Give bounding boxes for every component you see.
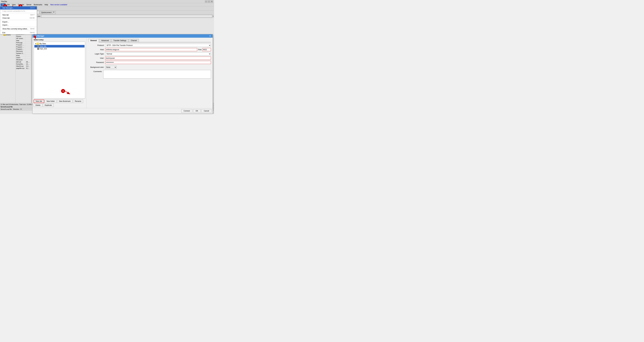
cancel-button[interactable]: Cancel	[202, 109, 212, 113]
duplicate-button[interactable]: Duplicate	[43, 103, 54, 107]
new-bookmark-button[interactable]: New Bookmark	[57, 100, 72, 103]
dropdown-export[interactable]: Export…	[0, 20, 37, 24]
tab-charset[interactable]: Charset	[129, 39, 139, 42]
new-site-button[interactable]: New site	[34, 100, 44, 103]
dialog-title: Site Manager	[34, 35, 44, 37]
protocol-select[interactable]: SFTP - SSH File Transfer Protocol	[105, 44, 211, 47]
dialog-right-panel: General Advanced Transfer Settings Chars…	[86, 38, 213, 108]
protocol-row: Protocol: SFTP - SSH File Transfer Proto…	[88, 44, 211, 47]
site-tree: ▼ My Sites New site repo_test	[34, 42, 85, 98]
bg-color-select[interactable]: None	[105, 66, 116, 69]
delete-button[interactable]: Delete	[34, 103, 42, 107]
dialog-close-button[interactable]: ✕	[209, 35, 212, 37]
annotation-3: 3	[61, 89, 65, 93]
port-label-inline: Port:	[198, 49, 202, 51]
new-site-label: New site	[40, 45, 46, 47]
separator-3	[0, 27, 37, 27]
dropdown-exit[interactable]: Exit Ctrl+Q	[0, 31, 37, 34]
user-row: User:	[88, 57, 211, 60]
file-dropdown: Site Manager... Ctrl+S Copy current conn…	[0, 6, 37, 34]
dialog-tabs: General Advanced Transfer Settings Chars…	[88, 39, 211, 42]
new-site-server-icon	[37, 45, 39, 47]
dialog-password-label: Password:	[88, 61, 105, 63]
tab-advanced[interactable]: Advanced	[99, 39, 111, 42]
host-row: Host: Port:	[88, 48, 211, 51]
repo-test-server-icon	[37, 48, 39, 50]
dialog-left-buttons: New site New folder New Bookmark Rename …	[34, 100, 85, 107]
bg-color-row: Background color: None	[88, 66, 211, 69]
dropdown-close-tab[interactable]: Close tab Ctrl+W	[0, 17, 37, 20]
protocol-label: Protocol:	[88, 44, 105, 46]
connect-button[interactable]: Connect	[181, 109, 192, 113]
site-manager-dialog: Site Manager ✕ Select entry: ▼ My Sites …	[32, 34, 213, 114]
dialog-footer: Connect OK Cancel	[32, 108, 213, 114]
dropdown-copy-connection: Copy current connection to Si…	[0, 10, 37, 13]
new-folder-button[interactable]: New folder	[45, 100, 56, 103]
dialog-left-panel: Select entry: ▼ My Sites New site repo_t…	[32, 38, 86, 108]
my-sites-label: My Sites	[40, 43, 46, 45]
site-tree-item-newsite[interactable]: New site	[34, 45, 84, 48]
dropdown-new-tab[interactable]: New tab Ctrl+T	[0, 13, 37, 17]
site-tree-item-repotest[interactable]: repo_test	[34, 48, 84, 50]
user-label: User:	[88, 57, 105, 59]
tab-transfer-settings[interactable]: Transfer Settings	[111, 39, 128, 42]
tab-general[interactable]: General	[88, 39, 99, 42]
logon-type-select[interactable]: Normal	[105, 52, 211, 56]
logon-type-row: Logon Type: Normal	[88, 52, 211, 56]
port-input-dialog[interactable]	[202, 48, 211, 51]
dialog-body: Select entry: ▼ My Sites New site repo_t…	[32, 38, 213, 108]
rename-button[interactable]: Rename	[73, 100, 83, 103]
site-tree-item-mysites[interactable]: ▼ My Sites	[34, 42, 84, 45]
logon-type-label: Logon Type:	[88, 53, 105, 55]
bg-color-label: Background color:	[88, 66, 105, 68]
host-input[interactable]	[105, 48, 197, 51]
comments-textarea[interactable]	[103, 70, 211, 79]
dropdown-import[interactable]: Import…	[0, 24, 37, 27]
user-input[interactable]	[105, 57, 211, 60]
select-entry-label: Select entry:	[34, 39, 85, 41]
expand-icon: ▼	[35, 43, 36, 45]
password-row: Password:	[88, 61, 211, 64]
comments-row: Comments:	[88, 70, 211, 79]
dropdown-site-manager[interactable]: Site Manager... Ctrl+S	[0, 7, 37, 10]
host-label: Host:	[88, 49, 105, 51]
comments-label: Comments:	[88, 70, 103, 73]
password-field[interactable]	[105, 61, 211, 64]
ok-button[interactable]: OK	[193, 109, 200, 113]
repo-test-label: repo_test	[40, 48, 47, 50]
my-sites-folder-icon	[37, 43, 39, 45]
dropdown-show-files[interactable]: Show files currently being edited... Ctr…	[0, 27, 37, 31]
dialog-title-bar: Site Manager ✕	[32, 34, 213, 38]
